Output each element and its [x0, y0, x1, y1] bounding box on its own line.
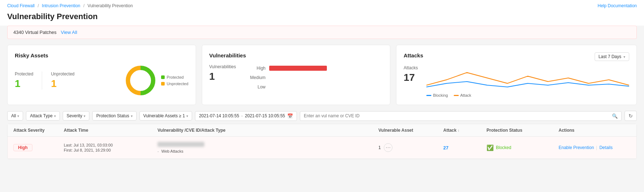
- table-container: Attack Severity Attack Time Vulnerabilit…: [7, 124, 637, 159]
- bar-low-label: Low: [248, 84, 266, 90]
- view-all-link[interactable]: View All: [61, 30, 77, 35]
- actions-cell: Enable Prevention | Details: [559, 145, 631, 150]
- search-icon: 🔍: [612, 113, 618, 119]
- chevron-down-icon: ▾: [17, 114, 19, 118]
- calendar-icon: 📅: [287, 113, 293, 119]
- breadcrumb: Cloud Firewall / Intrusion Prevention / …: [7, 3, 133, 8]
- date-start: 2021-07-14 10:05:55: [199, 113, 239, 118]
- cards-row: Risky Assets Protected 1 Unprotected 1: [7, 45, 637, 105]
- attacks-chart: [426, 65, 629, 91]
- protected-label: Protected: [15, 71, 33, 77]
- col-attack-severity: Attack Severity: [13, 128, 64, 133]
- attack-type-label: Attack Type: [30, 113, 52, 118]
- protected-value: 1: [15, 78, 33, 90]
- attack-count-cell: 27: [443, 145, 487, 150]
- attack-type: - Web Attacks: [157, 149, 378, 153]
- all-filter[interactable]: All ▾: [7, 111, 23, 121]
- breadcrumb-cloud-firewall[interactable]: Cloud Firewall: [7, 3, 35, 8]
- chevron-down-icon: ▾: [54, 114, 56, 118]
- search-input[interactable]: [304, 113, 610, 118]
- vulnerable-assets-filter[interactable]: Vulnerable Assets ≥ 1 ▾: [139, 111, 192, 121]
- attack-type-filter[interactable]: Attack Type ▾: [26, 111, 59, 121]
- col-protection-status: Protection Status: [487, 128, 559, 133]
- legend-blocking: Blocking: [426, 93, 448, 97]
- protection-status-filter[interactable]: Protection Status ▾: [92, 111, 136, 121]
- date-separator: -: [241, 113, 243, 118]
- col-vulnerability: Vulnerability /CVE ID/Attack Type: [157, 128, 378, 133]
- breadcrumb-current: Vulnerability Prevention: [88, 3, 133, 8]
- vulnerable-asset-cell: 1 ⋯: [378, 143, 443, 152]
- top-bar: Cloud Firewall / Intrusion Prevention / …: [0, 0, 644, 10]
- asset-dots-button[interactable]: ⋯: [384, 143, 392, 152]
- severity-filter[interactable]: Severity ▾: [63, 111, 89, 121]
- sort-icon: ↕: [458, 128, 459, 132]
- donut-legend: Protected Unprotected: [161, 75, 188, 86]
- search-box[interactable]: 🔍: [300, 111, 622, 121]
- attack-count-link[interactable]: 27: [443, 145, 448, 150]
- legend-protected: Protected: [161, 75, 188, 79]
- breadcrumb-intrusion-prevention[interactable]: Intrusion Prevention: [42, 3, 80, 8]
- date-range-filter[interactable]: 2021-07-14 10:05:55 - 2021-07-15 10:05:5…: [195, 111, 297, 121]
- help-documentation-link[interactable]: Help Documentation: [598, 3, 637, 8]
- date-end: 2021-07-15 10:05:55: [245, 113, 285, 118]
- all-filter-label: All: [11, 113, 16, 118]
- unprotected-stat: Unprotected 1: [51, 71, 74, 90]
- check-circle-icon: ✅: [487, 144, 494, 151]
- severity-badge: High: [13, 144, 32, 151]
- chevron-down-icon: ▾: [84, 114, 85, 118]
- last-days-label: Last 7 Days: [599, 54, 621, 59]
- bar-high-label: High: [248, 66, 266, 71]
- col-attack: Attack ↕: [443, 128, 487, 133]
- legend-unprotected: Unprotected: [161, 82, 188, 86]
- vulnerabilities-card: Vulnerabilities Vulnerabilities 1 High M…: [202, 45, 391, 105]
- col-actions: Actions: [559, 128, 631, 133]
- asset-count: 1: [378, 145, 381, 150]
- details-link[interactable]: Details: [599, 145, 613, 150]
- vulnerable-assets-label: Vulnerable Assets ≥ 1: [143, 113, 185, 118]
- chevron-down-icon: ▾: [131, 114, 133, 118]
- legend-attack: Attack: [454, 93, 471, 97]
- severity-cell: High: [13, 144, 64, 151]
- protection-status-label: Protection Status: [96, 113, 129, 118]
- protected-stat: Protected 1: [15, 71, 33, 90]
- vuln-id-blurred: [157, 142, 204, 147]
- chevron-down-icon: ▾: [186, 114, 188, 118]
- unprotected-label: Unprotected: [51, 71, 74, 77]
- attacks-count-label: Attacks: [404, 65, 418, 70]
- protection-status-cell: ✅ Blocked: [487, 144, 559, 151]
- attacks-card: Attacks Last 7 Days ▾ Attacks 17: [396, 45, 637, 105]
- refresh-button[interactable]: ↻: [625, 111, 637, 121]
- chevron-down-icon: ▾: [623, 55, 625, 59]
- attack-time-last: Last: Jul 13, 2021, 03:03:00: [64, 143, 157, 147]
- table-header: Attack Severity Attack Time Vulnerabilit…: [8, 124, 636, 137]
- filters-row: All ▾ Attack Type ▾ Severity ▾ Protectio…: [7, 111, 637, 121]
- blocked-label: Blocked: [496, 145, 511, 150]
- page-title: Vulnerability Prevention: [0, 10, 644, 26]
- col-attack-time: Attack Time: [64, 128, 157, 133]
- severity-filter-label: Severity: [67, 113, 82, 118]
- donut-chart: [124, 64, 157, 97]
- last-days-select[interactable]: Last 7 Days ▾: [595, 52, 629, 61]
- col-vulnerable-asset: Vulnerable Asset: [378, 128, 443, 133]
- virtual-patches-bar: 4340 Virtual Patches View All: [7, 26, 637, 39]
- vulnerabilities-count-value: 1: [209, 71, 236, 82]
- attack-time-cell: Last: Jul 13, 2021, 03:03:00 First: Jul …: [64, 143, 157, 152]
- vuln-id-cell: - Web Attacks: [157, 142, 378, 153]
- attacks-title: Attacks: [404, 52, 423, 58]
- attack-time-first: First: Jul 8, 2021, 16:29:00: [64, 148, 157, 152]
- risky-assets-card: Risky Assets Protected 1 Unprotected 1: [7, 45, 196, 105]
- bar-high: [269, 66, 327, 71]
- bar-medium-label: Medium: [248, 75, 266, 80]
- virtual-patches-count: 4340 Virtual Patches: [13, 30, 57, 35]
- attacks-count-value: 17: [404, 72, 418, 83]
- unprotected-value: 1: [51, 78, 74, 90]
- risky-assets-title: Risky Assets: [15, 52, 188, 58]
- table-row: High Last: Jul 13, 2021, 03:03:00 First:…: [8, 137, 636, 159]
- enable-prevention-link[interactable]: Enable Prevention: [559, 145, 594, 150]
- vuln-bars: High Medium Low: [248, 66, 383, 90]
- vulnerabilities-count-label: Vulnerabilities: [209, 64, 236, 69]
- vulnerabilities-title: Vulnerabilities: [209, 52, 383, 58]
- chart-legend: Blocking Attack: [426, 93, 629, 97]
- action-divider: |: [596, 145, 597, 150]
